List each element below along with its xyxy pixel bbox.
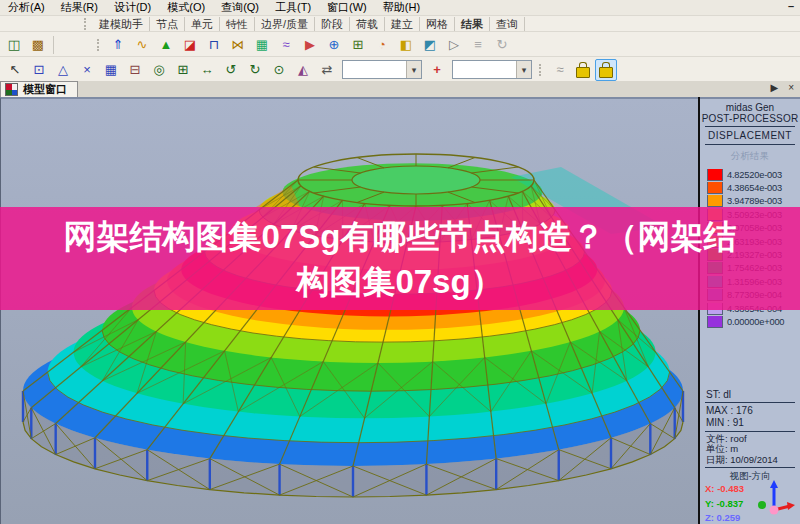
tab-results[interactable]: 结果 [455,17,490,32]
view-y-value: Y: -0.837 [705,497,744,512]
render-view-icon[interactable]: ▩ [27,34,49,56]
select-polygon-icon[interactable]: △ [52,59,74,81]
menu-help[interactable]: 帮助(H) [375,0,428,15]
min-node-label: MIN : 91 [706,417,800,429]
model-window-icon [5,83,18,96]
history-graph-icon[interactable]: ↻ [491,34,513,56]
node-snap-icon[interactable]: + [426,59,448,81]
tab-close-button[interactable]: × [786,82,796,93]
animate-result-icon[interactable]: ▶ [299,34,321,56]
rotate-left-icon[interactable]: ↺ [220,59,242,81]
lock-icon[interactable] [595,59,617,81]
view-direction-values: X: -0.483Y: -0.837Z: 0.259 [705,482,744,524]
toolbar-drag-handle[interactable] [539,64,544,76]
chevron-down-icon[interactable]: ▾ [516,61,531,78]
probe-result-icon[interactable]: ⊕ [323,34,345,56]
caption-line-2: 构图集07sg） [296,259,503,304]
chevron-down-icon[interactable]: ▾ [406,61,421,78]
result-tag-icon[interactable]: ⊞ [347,34,369,56]
stress-contour-icon[interactable]: ◪ [179,34,201,56]
midas-gen-window: 分析(A) 结果(R) 设计(D) 模式(O) 查询(Q) 工具(T) 窗口(W… [0,0,800,524]
contour-fill-icon[interactable]: ◧ [395,34,417,56]
menu-design[interactable]: 设计(D) [106,0,159,15]
wave-tool-icon[interactable]: ≈ [549,59,571,81]
result-table-icon[interactable]: ≡ [467,34,489,56]
model-view-icon[interactable]: ◫ [3,34,25,56]
tab-model-window[interactable]: 模型窗口 [0,81,78,97]
shrink-icon[interactable]: ⊙ [268,59,290,81]
menu-tools[interactable]: 工具(T) [267,0,319,15]
redraw-icon[interactable]: ⇄ [316,59,338,81]
menu-analysis[interactable]: 分析(A) [0,0,53,15]
perspective-icon[interactable]: ◭ [292,59,314,81]
view-icon-group: ↖⊡△×▦⊟◎⊞↔↺↻⊙◭⇄ [3,59,339,81]
plate-force-icon[interactable]: ▦ [251,34,273,56]
tab-load[interactable]: 荷载 [350,17,385,32]
load-case-label: ST: dl [706,389,800,400]
toolbar-drag-handle[interactable] [97,39,102,51]
model-tab-label: 模型窗口 [23,82,67,97]
post-toolbar: ◫▩ ⇑∿▲◪⊓⋈▦≈▶⊕⊞◔◧◩▷≡↻ [0,31,800,57]
named-plane-combo[interactable]: ▾ [342,60,422,79]
analysis-result-label: 分析结果 [700,147,800,165]
tab-modeling-assistant[interactable]: 建模助手 [93,17,150,32]
left-icon-group: ◫▩ [2,34,50,56]
tab-mesh[interactable]: 网格 [420,17,455,32]
active-view-combo[interactable]: ▾ [452,60,532,79]
model-tab-strip: 模型窗口 ▶ × [0,81,800,97]
module-tabs: 建模助手 节点 单元 特性 边界/质量 阶段 荷载 建立 网格 结果 查询 [93,17,525,32]
unlock-icon[interactable] [573,60,593,80]
post-icon-group: ⇑∿▲◪⊓⋈▦≈▶⊕⊞◔◧◩▷≡↻ [106,34,514,56]
vector-plot-icon[interactable]: ▷ [443,34,465,56]
select-intersect-icon[interactable]: × [76,59,98,81]
displacement-contour-icon[interactable]: ▲ [155,34,177,56]
tab-scroll-next-button[interactable]: ▶ [768,82,780,93]
select-all-icon[interactable]: ▦ [100,59,122,81]
mode-label: POST-PROCESSOR [700,113,800,124]
result-type-label: DISPLACEMENT [700,129,800,142]
zoom-window-icon[interactable]: ⊞ [172,59,194,81]
minimize-button[interactable]: – [788,0,794,12]
menu-query[interactable]: 查询(Q) [213,0,267,15]
select-window-icon[interactable]: ⊡ [28,59,50,81]
dome-model-rendering [1,99,699,524]
beam-diagram-icon[interactable]: ⊓ [203,34,225,56]
deformed-shape-icon[interactable]: ∿ [131,34,153,56]
cutting-plane-icon[interactable]: ◩ [419,34,441,56]
tab-element[interactable]: 单元 [185,17,220,32]
date-label: 日期: 10/09/2014 [706,455,800,466]
tab-stage[interactable]: 阶段 [315,17,350,32]
legend-value: 4.38654e-003 [727,183,782,193]
menu-window[interactable]: 窗口(W) [319,0,375,15]
menu-mode[interactable]: 模式(O) [159,0,213,15]
truss-force-icon[interactable]: ⋈ [227,34,249,56]
zoom-fit-icon[interactable]: ◎ [148,59,170,81]
legend-value: 0.00000e+000 [727,317,784,327]
legend-swatch [707,195,723,207]
view-toolbar: ↖⊡△×▦⊟◎⊞↔↺↻⊙◭⇄ ▾ + ▾ ≈ [0,56,800,83]
model-viewport[interactable] [0,97,698,524]
legend-row: 4.38654e-003 [707,181,800,194]
tab-node[interactable]: 节点 [150,17,185,32]
tab-boundary-mass[interactable]: 边界/质量 [255,17,315,32]
deselect-icon[interactable]: ⊟ [124,59,146,81]
view-z-value: Z: 0.259 [705,511,744,524]
toolbar-drag-handle[interactable] [84,18,89,30]
result-panel: midas Gen POST-PROCESSOR DISPLACEMENT 分析… [700,97,800,524]
view-direction-block: 视图-方向 X: -0.483Y: -0.837Z: 0.259 [700,470,800,524]
pan-icon[interactable]: ↔ [196,59,218,81]
separator [53,36,54,54]
reaction-forces-icon[interactable]: ⇑ [107,34,129,56]
diagram-icon[interactable]: ◔ [371,34,393,56]
rotate-right-icon[interactable]: ↻ [244,59,266,81]
module-tab-bar: 建模助手 节点 单元 特性 边界/质量 阶段 荷载 建立 网格 结果 查询 [0,15,800,32]
mode-shape-icon[interactable]: ≈ [275,34,297,56]
select-single-icon[interactable]: ↖ [4,59,26,81]
view-x-value: X: -0.483 [705,482,744,497]
menu-results[interactable]: 结果(R) [53,0,106,15]
tab-query[interactable]: 查询 [490,17,525,32]
legend-swatch [707,316,723,328]
tab-property[interactable]: 特性 [220,17,255,32]
tab-build[interactable]: 建立 [385,17,420,32]
legend-value: 3.94789e-003 [727,196,782,206]
